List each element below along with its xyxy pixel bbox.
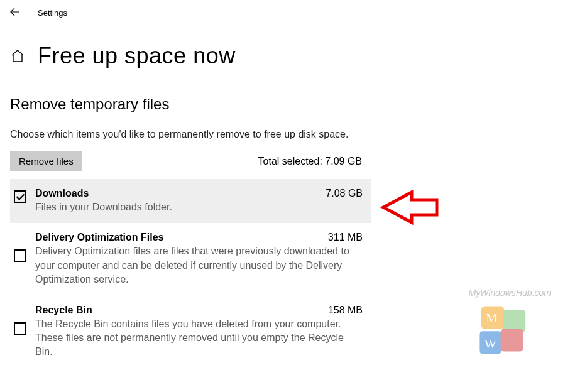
- item-description: Delivery Optimization files are files th…: [35, 244, 363, 286]
- item-body: Recycle Bin 158 MB The Recycle Bin conta…: [35, 305, 363, 359]
- item-title: Recycle Bin: [35, 305, 92, 316]
- checkbox-downloads[interactable]: [14, 190, 26, 203]
- list-item[interactable]: Delivery Optimization Files 311 MB Deliv…: [10, 223, 371, 295]
- page-header: Free up space now: [0, 43, 570, 69]
- remove-row: Remove files Total selected: 7.09 GB: [10, 151, 362, 172]
- item-body: Downloads 7.08 GB Files in your Download…: [35, 188, 363, 214]
- item-size: 311 MB: [328, 232, 363, 243]
- instruction-text: Choose which items you'd like to permane…: [10, 127, 375, 142]
- titlebar: Settings: [0, 0, 570, 25]
- item-size: 158 MB: [328, 305, 363, 316]
- item-list: Downloads 7.08 GB Files in your Download…: [10, 179, 371, 368]
- back-arrow-icon: [10, 8, 20, 16]
- item-size: 7.08 GB: [326, 188, 363, 199]
- checkbox-delivery-optimization[interactable]: [14, 249, 26, 262]
- checkbox-recycle-bin[interactable]: [14, 322, 26, 335]
- remove-files-button[interactable]: Remove files: [10, 151, 82, 172]
- list-item[interactable]: Recycle Bin 158 MB The Recycle Bin conta…: [10, 296, 371, 368]
- item-description: Files in your Downloads folder.: [35, 200, 363, 214]
- back-button[interactable]: [10, 8, 20, 18]
- total-selected-label: Total selected: 7.09 GB: [258, 156, 362, 167]
- item-body: Delivery Optimization Files 311 MB Deliv…: [35, 232, 363, 286]
- item-title: Downloads: [35, 188, 89, 199]
- home-icon[interactable]: [10, 48, 25, 63]
- section-title: Remove temporary files: [10, 95, 560, 113]
- titlebar-label: Settings: [38, 8, 67, 18]
- item-title: Delivery Optimization Files: [35, 232, 164, 243]
- page-title: Free up space now: [38, 43, 236, 69]
- item-description: The Recycle Bin contains files you have …: [35, 317, 363, 359]
- list-item[interactable]: Downloads 7.08 GB Files in your Download…: [10, 179, 371, 223]
